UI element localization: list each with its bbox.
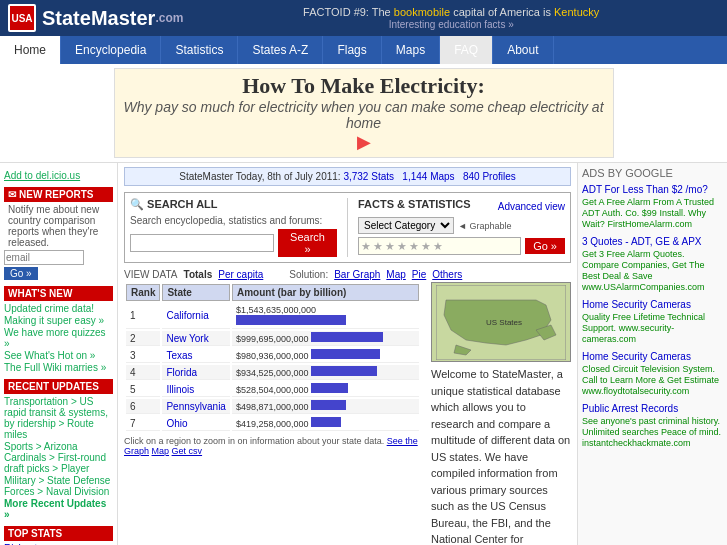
status-text: StateMaster Today, 8th of July 2011:	[179, 171, 340, 182]
factoid-more-link[interactable]: Interesting education facts »	[389, 19, 514, 30]
profiles-link[interactable]: 840 Profiles	[463, 171, 516, 182]
nav-about[interactable]: About	[493, 36, 553, 64]
ad-5-link[interactable]: Public Arrest Records	[582, 402, 723, 415]
whats-new-item-4[interactable]: See What's Hot on »	[4, 350, 113, 361]
nav-statistics[interactable]: Statistics	[161, 36, 238, 64]
table-row: 1California$1,543,635,000,000	[126, 303, 419, 329]
view-percapita-tab[interactable]: Per capita	[218, 269, 263, 280]
center-content: StateMaster Today, 8th of July 2011: 3,7…	[118, 163, 577, 545]
bar-visual	[311, 332, 383, 342]
factoid-state-link[interactable]: Kentucky	[554, 6, 599, 18]
stats-link[interactable]: 3,732 Stats	[343, 171, 394, 182]
map-link[interactable]: Map	[152, 446, 170, 456]
maps-count: 1,144 Maps	[402, 171, 454, 182]
amount-value: $528,504,000,000	[236, 385, 311, 395]
stars-input[interactable]	[358, 237, 521, 255]
ads-title: ADS BY GOOGLE	[582, 167, 723, 179]
stars-row: Go »	[358, 237, 565, 255]
banner-ad[interactable]: How To Make Electricity: Why pay so much…	[0, 64, 727, 163]
whats-new-item-3[interactable]: We have more quizzes »	[4, 327, 113, 349]
delicious-link[interactable]: Add to del.icio.us	[4, 170, 113, 181]
view-data-label: VIEW DATA	[124, 269, 178, 280]
state-cell: Texas	[162, 348, 229, 363]
ad-4-link[interactable]: Home Security Cameras	[582, 350, 723, 363]
state-cell: Florida	[162, 365, 229, 380]
ad-item-3: Home Security Cameras Quality Free Lifet…	[582, 298, 723, 344]
whats-new-item-5[interactable]: The Full Wiki marries »	[4, 362, 113, 373]
nav-encyclopedia[interactable]: Encyclopedia	[61, 36, 161, 64]
nav-states[interactable]: States A-Z	[238, 36, 323, 64]
ad-3-link[interactable]: Home Security Cameras	[582, 298, 723, 311]
left-sidebar: Add to del.icio.us ✉ NEW REPORTS Notify …	[0, 163, 118, 545]
site-header: USA StateMaster.com FACTOID #9: The book…	[0, 0, 727, 36]
state-cell: California	[162, 303, 229, 329]
ad-headline: How To Make Electricity:	[123, 73, 605, 99]
nav-flags[interactable]: Flags	[323, 36, 381, 64]
state-link[interactable]: California	[166, 310, 208, 321]
whats-new-section: WHAT'S NEW	[4, 286, 113, 301]
new-reports-section: ✉ NEW REPORTS	[4, 187, 113, 202]
state-link[interactable]: Florida	[166, 367, 197, 378]
ad-5-desc: See anyone's past criminal history. Unli…	[582, 416, 721, 437]
whats-new-item-2[interactable]: Making it super easy »	[4, 315, 113, 326]
logo-text[interactable]: StateMaster	[42, 7, 155, 30]
advanced-view-link[interactable]: Advanced view	[498, 201, 565, 212]
view-data-bar: VIEW DATA Totals Per capita Solution: Ba…	[124, 269, 571, 280]
view-totals-tab[interactable]: Totals	[184, 269, 213, 280]
bar-graph-tab[interactable]: Bar Graph	[334, 269, 380, 280]
new-reports-title: NEW REPORTS	[19, 189, 93, 200]
factoid-word-link[interactable]: bookmobile	[394, 6, 450, 18]
data-table-area: Rank State Amount (bar by billion) 1Cali…	[124, 282, 571, 545]
ad-item-4: Home Security Cameras Closed Circuit Tel…	[582, 350, 723, 396]
facts-go-button[interactable]: Go »	[525, 238, 565, 254]
new-reports-email-input[interactable]	[4, 250, 84, 265]
nav-home[interactable]: Home	[0, 36, 61, 64]
table-footnote: Click on a region to zoom in on informat…	[124, 436, 421, 456]
search-area: 🔍 SEARCH ALL Search encyclopedia, statis…	[124, 192, 571, 263]
top-stats-section: TOP STATS	[4, 526, 113, 541]
maps-link[interactable]: 1,144 Maps	[402, 171, 454, 182]
new-reports-go-button[interactable]: Go »	[4, 267, 38, 280]
graphable-label: ◄ Graphable	[458, 221, 511, 231]
more-recent-updates-link[interactable]: More Recent Updates »	[4, 498, 113, 520]
rank-cell: 3	[126, 348, 160, 363]
state-link[interactable]: Ohio	[166, 418, 187, 429]
pie-tab[interactable]: Pie	[412, 269, 426, 280]
state-link[interactable]: Pennsylvania	[166, 401, 225, 412]
whats-new-title: WHAT'S NEW	[8, 288, 72, 299]
recent-update-3[interactable]: Military > State Defense Forces > Naval …	[4, 475, 113, 497]
bar-visual	[311, 400, 346, 410]
welcome-text: Welcome to StateMaster, a unique statist…	[431, 366, 571, 545]
bar-visual	[311, 366, 377, 376]
main-nav: Home Encyclopedia Statistics States A-Z …	[0, 36, 727, 64]
state-link[interactable]: Texas	[166, 350, 192, 361]
see-graph-link[interactable]: See the Graph	[124, 436, 418, 456]
whats-new-item-1[interactable]: Updated crime data!	[4, 303, 113, 314]
bar-visual	[311, 383, 348, 393]
search-button[interactable]: Search »	[278, 229, 337, 257]
recent-updates-title: RECENT UPDATES	[8, 381, 99, 392]
ad-1-link[interactable]: ADT For Less Than $2 /mo?	[582, 183, 723, 196]
us-map-svg: US States	[436, 285, 566, 360]
ad-4-url: www.floydtotalsecurity.com	[582, 386, 689, 396]
others-tab[interactable]: Others	[432, 269, 462, 280]
chart-type-label: Solution:	[289, 269, 328, 280]
ad-2-link[interactable]: 3 Quotes - ADT, GE & APX	[582, 235, 723, 248]
recent-update-1[interactable]: Transportation > US rapid transit & syst…	[4, 396, 113, 440]
ad-4-desc: Closed Circuit Television System. Call t…	[582, 364, 719, 385]
amount-cell: $999,695,000,000	[232, 331, 419, 346]
search-input[interactable]	[130, 234, 274, 252]
state-link[interactable]: New York	[166, 333, 208, 344]
nav-faq[interactable]: FAQ	[440, 36, 493, 64]
amount-header: Amount (bar by billion)	[232, 284, 419, 301]
map-tab[interactable]: Map	[386, 269, 405, 280]
ad-2-desc: Get 3 Free Alarm Quotes. Compare Compani…	[582, 249, 704, 281]
csv-link[interactable]: Get csv	[172, 446, 203, 456]
recent-update-2[interactable]: Sports > Arizona Cardinals > First-round…	[4, 441, 113, 474]
right-sidebar: ADS BY GOOGLE ADT For Less Than $2 /mo? …	[577, 163, 727, 545]
magnifier-icon: 🔍	[130, 198, 144, 210]
us-map: US States	[431, 282, 571, 362]
category-select[interactable]: Select Category	[358, 217, 454, 234]
state-link[interactable]: Illinois	[166, 384, 194, 395]
nav-maps[interactable]: Maps	[382, 36, 440, 64]
